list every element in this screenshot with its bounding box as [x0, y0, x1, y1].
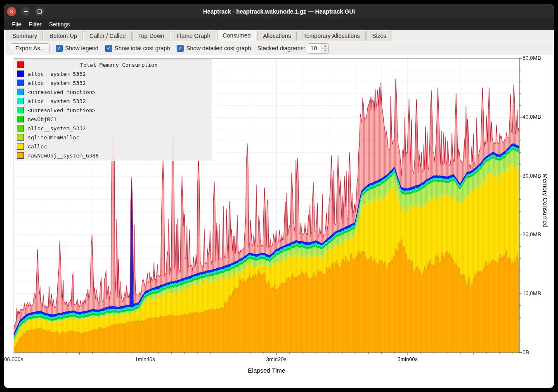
- stacked-diagrams-spinbox[interactable]: 10 ▲ ▼: [308, 43, 329, 54]
- close-button[interactable]: ✕: [7, 7, 16, 16]
- tab-top-down[interactable]: Top-Down: [132, 31, 170, 41]
- tab-bottom-up[interactable]: Bottom-Up: [44, 31, 83, 41]
- tab-consumed[interactable]: Consumed: [217, 30, 257, 41]
- legend-entry-label: <unresolved function>: [28, 107, 95, 113]
- legend-entry: alloc__system_5332: [17, 124, 210, 133]
- x-tick-label: 5min00s: [397, 356, 418, 362]
- checkbox-label: Show total cost graph: [115, 45, 170, 52]
- legend-entry: calloc: [17, 142, 210, 151]
- tab-allocations[interactable]: Allocations: [257, 31, 297, 41]
- legend-entry-label: rawNewObj__system_6388: [28, 153, 99, 159]
- tab-temporary-allocations[interactable]: Temporary Allocations: [298, 31, 366, 41]
- x-tick-label: 3min20s: [266, 356, 286, 362]
- x-axis-title: Elapsed Time: [248, 367, 286, 374]
- tab-caller-callee[interactable]: Caller / Callee: [84, 31, 132, 41]
- window-title: Heaptrack - heaptrack.wakunode.1.gz — He…: [4, 8, 554, 15]
- menu-bar: FileFilterSettings: [4, 19, 554, 30]
- legend-entry-label: alloc__system_5332: [28, 125, 86, 131]
- legend-entry-label: newObjRC1: [28, 116, 57, 122]
- title-bar: ✕ Heaptrack - heaptrack.wakunode.1.gz — …: [4, 4, 554, 19]
- export-as-button[interactable]: Export As...: [11, 43, 50, 53]
- legend-swatch: [17, 116, 24, 122]
- checkbox-icon[interactable]: ✓: [56, 45, 63, 52]
- minimize-icon: [24, 11, 28, 12]
- y-axis-title: Memory Consumed: [542, 174, 549, 228]
- legend-entry: sqlite3MemMalloc: [17, 133, 210, 142]
- tab-sizes[interactable]: Sizes: [366, 31, 392, 41]
- spin-up-button[interactable]: ▲: [322, 44, 328, 49]
- legend-entry: rawNewObj__system_6388: [17, 151, 210, 160]
- legend-swatch: [17, 89, 24, 95]
- legend-swatch: [17, 80, 24, 86]
- heaptrack-window: ✕ Heaptrack - heaptrack.wakunode.1.gz — …: [4, 4, 554, 388]
- maximize-icon: [38, 9, 42, 14]
- menu-item-file[interactable]: File: [8, 20, 25, 28]
- legend-entry: alloc__system_5332: [17, 69, 210, 78]
- menu-item-filter[interactable]: Filter: [25, 20, 45, 28]
- x-tick-label: 00.000s: [4, 356, 23, 362]
- checkbox-group: ✓Show legend✓Show total cost graph✓Show …: [56, 45, 251, 52]
- checkbox-icon[interactable]: ✓: [105, 45, 112, 52]
- chart-area: Elapsed Time Memory Consumed Total Memor…: [4, 55, 554, 388]
- y-tick-label: 10,0MB: [523, 290, 541, 296]
- y-tick-label: 50,0MB: [523, 55, 541, 61]
- legend-entry: alloc__system_5332: [17, 78, 210, 87]
- legend-swatch: [17, 107, 24, 113]
- legend-swatch: [17, 134, 24, 141]
- legend-entry: <unresolved function>: [17, 87, 210, 96]
- legend-title-row: Total Memory Consumption: [17, 60, 210, 69]
- legend-swatch: [17, 70, 24, 77]
- stacked-diagrams-label: Stacked diagrams:: [257, 45, 305, 52]
- spin-down-button[interactable]: ▼: [322, 49, 328, 53]
- close-icon: ✕: [9, 9, 13, 14]
- maximize-button[interactable]: [35, 7, 44, 16]
- x-tick-label: 1min40s: [135, 356, 155, 362]
- tab-bar: SummaryBottom-UpCaller / CalleeTop-DownF…: [4, 30, 554, 41]
- checkbox-label: Show detailed cost graph: [186, 45, 251, 52]
- legend-swatch: [17, 98, 24, 104]
- minimize-button[interactable]: [21, 7, 30, 16]
- y-tick-label: 0B: [523, 349, 529, 355]
- checkbox-show-legend[interactable]: ✓Show legend: [56, 45, 99, 52]
- legend-entry: newObjRC1: [17, 115, 210, 124]
- legend-title-swatch: [17, 61, 24, 68]
- toolbar: Export As... ✓Show legend✓Show total cos…: [4, 41, 554, 55]
- legend-entry-label: calloc: [28, 143, 47, 150]
- legend-entry-label: alloc__system_5332: [28, 98, 86, 104]
- legend-entry: <unresolved function>: [17, 106, 210, 115]
- chart-legend: Total Memory Consumptionalloc__system_53…: [15, 59, 212, 161]
- legend-entry-label: <unresolved function>: [28, 89, 95, 95]
- legend-swatch: [17, 143, 24, 150]
- checkbox-show-detailed-cost-graph[interactable]: ✓Show detailed cost graph: [177, 45, 251, 52]
- checkbox-label: Show legend: [65, 45, 99, 52]
- y-tick-label: 40,0MB: [523, 114, 541, 120]
- spinbox-value[interactable]: 10: [308, 44, 322, 53]
- y-tick-label: 30,0MB: [523, 173, 541, 179]
- legend-swatch: [17, 125, 24, 131]
- menu-item-settings[interactable]: Settings: [45, 20, 74, 28]
- legend-entry-label: alloc__system_5332: [28, 80, 86, 86]
- tab-flame-graph[interactable]: Flame Graph: [171, 31, 216, 41]
- checkbox-show-total-cost-graph[interactable]: ✓Show total cost graph: [105, 45, 170, 52]
- legend-entry-label: sqlite3MemMalloc: [28, 134, 79, 141]
- tab-summary[interactable]: Summary: [7, 31, 43, 41]
- y-tick-label: 20,0MB: [523, 231, 541, 237]
- checkbox-icon[interactable]: ✓: [177, 45, 184, 52]
- legend-entry-label: alloc__system_5332: [28, 71, 86, 77]
- legend-entry: alloc__system_5332: [17, 96, 210, 106]
- legend-swatch: [17, 152, 24, 159]
- legend-title: Total Memory Consumption: [28, 62, 210, 68]
